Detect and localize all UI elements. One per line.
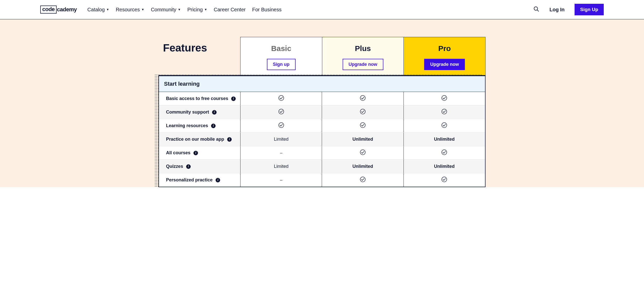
cell-plus — [322, 92, 403, 105]
nav-career-label: Career Center — [214, 7, 246, 13]
logo[interactable]: codecademy — [40, 6, 77, 14]
feature-label: All coursesi — [159, 146, 240, 160]
check-icon — [278, 122, 284, 129]
pro-upgrade-button[interactable]: Upgrade now — [424, 59, 465, 70]
check-icon — [360, 177, 366, 183]
info-icon[interactable]: i — [216, 178, 220, 182]
cell-text: – — [280, 150, 283, 156]
nav-catalog[interactable]: Catalog ▼ — [87, 7, 109, 13]
plan-name-plus: Plus — [322, 44, 404, 53]
nav-business-label: For Business — [252, 7, 281, 13]
table-row: Learning resourcesi — [159, 119, 485, 133]
table-row: All coursesi– — [159, 146, 485, 160]
section-start-learning: Start learning — [159, 76, 485, 92]
cell-plus — [322, 173, 403, 187]
logo-part1: code — [40, 6, 57, 14]
cell-pro — [404, 106, 485, 119]
check-icon — [360, 149, 366, 156]
cell-plus: Unlimited — [322, 160, 403, 173]
chevron-down-icon: ▼ — [204, 8, 207, 11]
feature-label: Quizzesi — [159, 160, 240, 173]
main-nav: Catalog ▼ Resources ▼ Community ▼ Pricin… — [87, 7, 281, 13]
cell-text: – — [280, 177, 283, 183]
check-icon — [441, 122, 447, 129]
plan-header-plus: Plus Upgrade now — [322, 37, 404, 75]
info-icon[interactable]: i — [227, 137, 232, 142]
cell-text: Unlimited — [434, 164, 455, 169]
chevron-down-icon: ▼ — [141, 8, 144, 11]
chevron-down-icon: ▼ — [178, 8, 181, 11]
table-row: Basic access to free coursesi — [159, 92, 485, 106]
feature-label: Community supporti — [159, 106, 240, 119]
feature-label-text: Practice on our mobile app — [166, 137, 224, 142]
cell-plus — [322, 106, 403, 119]
cell-basic — [240, 92, 322, 105]
cell-text: Unlimited — [352, 164, 373, 169]
cell-text: Unlimited — [434, 137, 455, 142]
info-icon[interactable]: i — [193, 151, 198, 155]
chevron-down-icon: ▼ — [106, 8, 109, 11]
cell-plus: Unlimited — [322, 133, 403, 146]
features-table: Start learning Basic access to free cour… — [158, 75, 486, 187]
feature-label-text: Community support — [166, 110, 209, 115]
signup-button[interactable]: Sign Up — [575, 4, 604, 15]
check-icon — [360, 109, 366, 116]
cell-basic: – — [240, 146, 322, 160]
search-icon[interactable] — [533, 6, 539, 13]
nav-pricing[interactable]: Pricing ▼ — [187, 7, 207, 13]
nav-community-label: Community — [151, 7, 176, 13]
plan-name-basic: Basic — [240, 44, 322, 53]
cell-basic — [240, 119, 322, 132]
cell-plus — [322, 146, 403, 160]
check-icon — [441, 177, 447, 183]
cell-pro — [404, 173, 485, 187]
cell-basic: Limited — [240, 160, 322, 173]
cell-pro: Unlimited — [404, 133, 485, 146]
login-link[interactable]: Log In — [549, 7, 565, 13]
cell-pro — [404, 92, 485, 105]
info-icon[interactable]: i — [186, 164, 191, 169]
pricing-section: Features Basic Sign up Plus Upgrade now … — [0, 19, 644, 187]
nav-catalog-label: Catalog — [87, 7, 105, 13]
site-header: codecademy Catalog ▼ Resources ▼ Communi… — [0, 0, 644, 19]
check-icon — [278, 95, 284, 102]
cell-plus — [322, 119, 403, 132]
info-icon[interactable]: i — [211, 124, 216, 128]
nav-career-center[interactable]: Career Center — [214, 7, 246, 13]
plan-header-basic: Basic Sign up — [240, 37, 322, 75]
cell-pro — [404, 119, 485, 132]
feature-label-text: Basic access to free courses — [166, 96, 228, 101]
table-row: Community supporti — [159, 106, 485, 119]
cell-basic: – — [240, 173, 322, 187]
logo-part2: cademy — [57, 6, 77, 13]
check-icon — [278, 109, 284, 116]
feature-label: Basic access to free coursesi — [159, 92, 240, 105]
info-icon[interactable]: i — [231, 96, 236, 101]
basic-signup-button[interactable]: Sign up — [267, 59, 296, 70]
feature-label-text: Quizzes — [166, 164, 183, 169]
check-icon — [441, 109, 447, 116]
nav-pricing-label: Pricing — [187, 7, 203, 13]
check-icon — [441, 149, 447, 156]
nav-for-business[interactable]: For Business — [252, 7, 281, 13]
plan-name-pro: Pro — [404, 44, 485, 53]
cell-pro — [404, 146, 485, 160]
feature-label-text: Learning resources — [166, 123, 208, 128]
table-row: QuizzesiLimitedUnlimitedUnlimited — [159, 160, 485, 173]
check-icon — [360, 122, 366, 129]
check-icon — [441, 95, 447, 102]
cell-text: Limited — [274, 164, 289, 169]
check-icon — [360, 95, 366, 102]
table-row: Practice on our mobile appiLimitedUnlimi… — [159, 133, 485, 146]
feature-label: Personalized practicei — [159, 173, 240, 187]
cell-pro: Unlimited — [404, 160, 485, 173]
table-row: Personalized practicei– — [159, 173, 485, 187]
features-heading: Features — [163, 42, 240, 54]
info-icon[interactable]: i — [212, 110, 217, 115]
nav-resources[interactable]: Resources ▼ — [116, 7, 144, 13]
nav-community[interactable]: Community ▼ — [151, 7, 181, 13]
cell-basic: Limited — [240, 133, 322, 146]
feature-label: Practice on our mobile appi — [159, 133, 240, 146]
feature-label-text: Personalized practice — [166, 177, 213, 183]
plus-upgrade-button[interactable]: Upgrade now — [343, 59, 383, 70]
